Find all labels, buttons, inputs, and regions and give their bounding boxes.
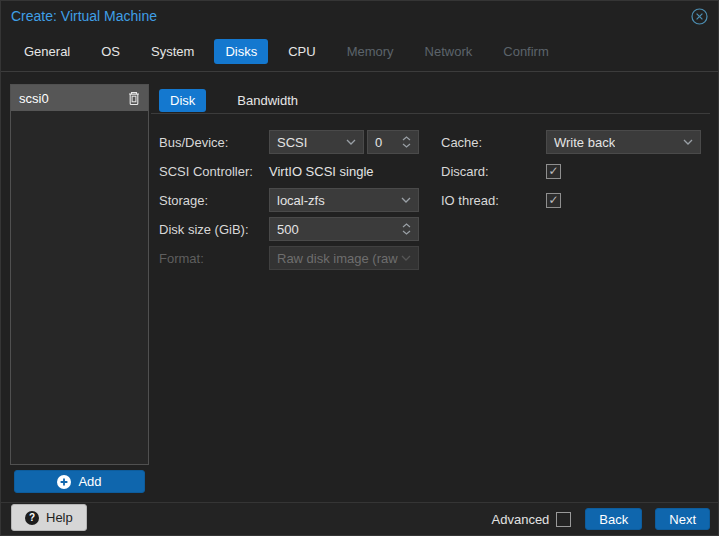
chevron-down-icon: [346, 139, 356, 145]
disk-detail-tab-bar: Disk Bandwidth: [159, 89, 309, 112]
chevron-down-icon: [401, 255, 411, 261]
disk-list-panel: scsi0: [10, 84, 149, 465]
create-vm-dialog: Create: Virtual Machine General OS Syste…: [0, 0, 719, 536]
tab-network: Network: [414, 39, 484, 64]
content-separator: [151, 113, 710, 114]
cache-select-value: Write back: [554, 135, 615, 150]
storage-row: Storage: local-zfs: [159, 188, 419, 212]
format-select-disabled: Raw disk image (raw: [269, 246, 419, 270]
spinner-up-down-icon[interactable]: [402, 223, 411, 235]
add-disk-button[interactable]: Add: [14, 470, 145, 493]
back-button[interactable]: Back: [585, 508, 642, 530]
io-thread-row: IO thread: ✓: [441, 188, 701, 212]
discard-checkbox[interactable]: ✓: [546, 164, 561, 179]
tab-os[interactable]: OS: [90, 39, 131, 64]
spinner-up-down-icon[interactable]: [402, 136, 411, 148]
trash-icon[interactable]: [128, 91, 140, 105]
bus-device-row: Bus/Device: SCSI 0: [159, 130, 419, 154]
tab-disks[interactable]: Disks: [214, 39, 268, 64]
dialog-titlebar: Create: Virtual Machine: [1, 1, 718, 31]
dialog-title: Create: Virtual Machine: [11, 8, 157, 24]
chevron-down-icon: [401, 197, 411, 203]
footer-actions: Advanced Back Next: [492, 508, 718, 530]
help-button-label: Help: [46, 510, 73, 525]
tab-general[interactable]: General: [13, 39, 81, 64]
advanced-checkbox[interactable]: [556, 512, 571, 527]
bus-select[interactable]: SCSI: [269, 130, 364, 154]
plus-circle-icon: [57, 475, 71, 489]
bus-select-value: SCSI: [277, 135, 307, 150]
storage-select[interactable]: local-zfs: [269, 188, 419, 212]
tab-memory: Memory: [336, 39, 405, 64]
disk-size-field[interactable]: 500: [269, 217, 419, 241]
format-row: Format: Raw disk image (raw: [159, 246, 419, 270]
help-button[interactable]: ? Help: [11, 504, 87, 531]
disk-size-row: Disk size (GiB): 500: [159, 217, 419, 241]
scsi-controller-value: VirtIO SCSI single: [269, 164, 374, 179]
cache-row: Cache: Write back: [441, 130, 701, 154]
storage-select-value: local-zfs: [277, 193, 325, 208]
wizard-tab-bar: General OS System Disks CPU Memory Netwo…: [1, 32, 718, 72]
format-select-value: Raw disk image (raw: [277, 251, 398, 266]
disk-form-right: Cache: Write back Discard: ✓ IO thread: …: [441, 130, 701, 217]
io-thread-label: IO thread:: [441, 193, 546, 208]
device-number-field[interactable]: 0: [367, 130, 419, 154]
advanced-label: Advanced: [492, 512, 550, 527]
tab-cpu[interactable]: CPU: [277, 39, 326, 64]
dialog-footer: ? Help Advanced Back Next: [1, 502, 718, 535]
format-label: Format:: [159, 251, 269, 266]
chevron-down-icon: [683, 139, 693, 145]
device-number-value: 0: [375, 135, 382, 150]
tab-bandwidth[interactable]: Bandwidth: [226, 89, 309, 112]
add-button-label: Add: [78, 474, 101, 489]
scsi-controller-row: SCSI Controller: VirtIO SCSI single: [159, 159, 419, 183]
disk-size-label: Disk size (GiB):: [159, 222, 269, 237]
tab-disk[interactable]: Disk: [159, 89, 206, 112]
cache-label: Cache:: [441, 135, 546, 150]
disk-item-label: scsi0: [19, 91, 49, 106]
disk-size-value: 500: [277, 222, 299, 237]
next-button[interactable]: Next: [655, 508, 710, 530]
bus-device-label: Bus/Device:: [159, 135, 269, 150]
tab-system[interactable]: System: [140, 39, 205, 64]
question-circle-icon: ?: [25, 511, 39, 525]
tab-confirm: Confirm: [492, 39, 560, 64]
discard-label: Discard:: [441, 164, 546, 179]
storage-label: Storage:: [159, 193, 269, 208]
io-thread-checkbox[interactable]: ✓: [546, 193, 561, 208]
disk-list-item-scsi0[interactable]: scsi0: [11, 85, 148, 111]
scsi-controller-label: SCSI Controller:: [159, 164, 269, 179]
cache-select[interactable]: Write back: [546, 130, 701, 154]
disk-form-left: Bus/Device: SCSI 0 SCSI Contro: [159, 130, 419, 275]
close-icon[interactable]: [691, 8, 708, 25]
discard-row: Discard: ✓: [441, 159, 701, 183]
